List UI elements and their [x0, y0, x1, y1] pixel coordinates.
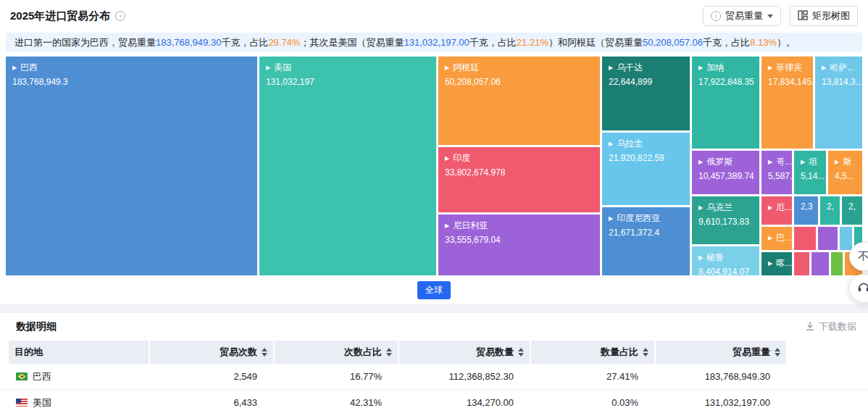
- treemap-cell-value: 22,644,899: [609, 78, 688, 87]
- treemap-cell[interactable]: [840, 227, 852, 250]
- titlebar: 2025年进口贸易分布 i i 贸易重量 矩形树图: [0, 0, 868, 32]
- treemap-cell-乌克兰[interactable]: ▶乌克兰9,610,173.83: [692, 196, 759, 244]
- table-row[interactable]: 美国6,43342.31%134,270.000.03%131,032,197.…: [0, 390, 868, 408]
- us-flag-icon: [16, 399, 28, 407]
- treemap-cell-哈萨...[interactable]: ▶哈萨...13,814,3...: [815, 57, 862, 149]
- sort-icon[interactable]: [775, 348, 780, 357]
- treemap-cell-喀...[interactable]: ▶喀...: [761, 252, 792, 275]
- destination-name: 巴西: [33, 370, 51, 383]
- table-body: 巴西2,54916.77%112,368,852.3027.41%183,768…: [0, 364, 868, 408]
- treemap-view-icon: [798, 10, 808, 22]
- treemap-cell-value: 21,920,822.59: [609, 154, 688, 163]
- treemap-cell-name: ▶印度: [445, 153, 598, 164]
- column-header-6[interactable]: 贸易重量: [656, 341, 786, 364]
- drilldown-arrow-icon: ▶: [698, 254, 703, 261]
- breadcrumb: 全球: [0, 281, 868, 299]
- treemap-cell-name: ▶乌拉圭: [609, 138, 688, 149]
- summary-segment: 131,032,197.00: [404, 37, 469, 48]
- treemap-cell-name: ▶秘鲁: [698, 252, 758, 263]
- treemap-cell-尼日利亚[interactable]: ▶尼日利亚33,555,679.04: [438, 215, 600, 275]
- title-info-icon[interactable]: i: [115, 11, 125, 21]
- drilldown-arrow-icon: ▶: [698, 204, 703, 211]
- treemap-cell-美国[interactable]: ▶美国131,032,197: [259, 57, 436, 275]
- treemap-cell-name: ▶哈萨...: [822, 62, 861, 73]
- column-header-4[interactable]: 贸易数量: [399, 341, 530, 364]
- treemap-cell[interactable]: 2,: [842, 196, 862, 225]
- treemap-cell-name: ▶巴...: [768, 233, 790, 243]
- treemap-cell-阿根廷[interactable]: ▶阿根廷50,208,057.06: [438, 57, 600, 145]
- column-header-2[interactable]: 贸易次数: [150, 341, 273, 364]
- data-detail-header: 数据明细 下载数据: [0, 313, 868, 341]
- table-row[interactable]: 巴西2,54916.77%112,368,852.3027.41%183,768…: [0, 364, 868, 390]
- treemap-cell-厄...[interactable]: ▶厄...: [761, 196, 792, 225]
- sort-icon[interactable]: [262, 348, 267, 357]
- sort-icon[interactable]: [518, 348, 524, 357]
- treemap-cell[interactable]: 2,: [820, 196, 840, 225]
- treemap-cell-name: ▶喀...: [768, 258, 790, 269]
- value-cell: 16.77%: [275, 371, 398, 382]
- drilldown-arrow-icon: ▶: [768, 204, 772, 211]
- page-title: 2025年进口贸易分布: [10, 9, 110, 23]
- table-header: 目的地贸易次数次数占比贸易数量数量占比贸易重量: [0, 341, 868, 364]
- treemap-cell-name: ▶美国: [266, 62, 435, 73]
- treemap-cell-斯[interactable]: ▶斯4,5...: [828, 151, 862, 194]
- download-icon: [805, 321, 815, 333]
- column-header-3[interactable]: 次数占比: [275, 341, 398, 364]
- treemap-cell-巴西[interactable]: ▶巴西183,768,949.3: [6, 57, 257, 275]
- metric-info-icon: i: [711, 11, 721, 21]
- drilldown-arrow-icon: ▶: [768, 260, 772, 267]
- treemap-cell-name: ▶厄...: [768, 202, 790, 213]
- treemap-cell-value: 4,5...: [835, 172, 861, 181]
- treemap-cell-印度[interactable]: ▶印度33,802,674.978: [438, 147, 600, 212]
- treemap-cell-俄罗斯[interactable]: ▶俄罗斯10,457,389.74: [692, 151, 759, 194]
- treemap-cell-菲律宾[interactable]: ▶菲律宾17,834,145.39: [761, 57, 813, 149]
- sort-icon[interactable]: [386, 348, 392, 357]
- treemap-cell-value: 50,208,057.06: [445, 78, 598, 87]
- drilldown-arrow-icon: ▶: [768, 159, 772, 165]
- summary-segment: 183,768,949.30: [156, 37, 221, 48]
- treemap-cell-name: ▶印度尼西亚: [609, 213, 688, 224]
- drilldown-arrow-icon: ▶: [609, 215, 613, 222]
- treemap-cell-value: 2,: [848, 202, 861, 212]
- sort-icon[interactable]: [643, 348, 648, 357]
- column-header-1: 目的地: [9, 341, 149, 364]
- treemap-cell-value: 2,3: [801, 202, 817, 212]
- treemap-root-button[interactable]: 全球: [417, 281, 451, 299]
- treemap-cell[interactable]: [811, 252, 829, 275]
- value-cell: 134,270.00: [399, 397, 530, 408]
- drilldown-arrow-icon: ▶: [609, 141, 613, 147]
- metric-select-label: 贸易重量: [725, 9, 763, 22]
- treemap-cell-印度尼西亚[interactable]: ▶印度尼西亚21,671,372.4: [602, 207, 690, 275]
- treemap-cell[interactable]: [831, 252, 843, 275]
- treemap-cell-加纳[interactable]: ▶加纳17,922,848.35: [692, 57, 759, 149]
- destination-cell: 美国: [9, 396, 149, 408]
- drilldown-arrow-icon: ▶: [768, 235, 772, 241]
- treemap-cell-秘鲁[interactable]: ▶秘鲁8,404,914.07: [692, 246, 759, 275]
- drilldown-arrow-icon: ▶: [12, 64, 17, 71]
- treemap-cell-乌拉圭[interactable]: ▶乌拉圭21,920,822.59: [602, 133, 690, 205]
- treemap-cell-乌干达[interactable]: ▶乌干达22,644,899: [602, 57, 690, 130]
- view-select[interactable]: 矩形树图: [790, 6, 858, 26]
- destination-name: 美国: [33, 396, 51, 408]
- treemap-cell[interactable]: [818, 227, 838, 250]
- drilldown-arrow-icon: ▶: [698, 159, 703, 165]
- drilldown-arrow-icon: ▶: [835, 159, 839, 165]
- treemap-cell[interactable]: 2,3: [794, 196, 818, 225]
- treemap-cell-name: ▶阿根廷: [445, 62, 598, 73]
- treemap-cell-坦[interactable]: ▶坦5,14...: [794, 151, 826, 194]
- summary-segment: 千克，占比: [470, 37, 517, 48]
- treemap-cell[interactable]: [794, 252, 809, 275]
- treemap-cell-巴...[interactable]: ▶巴...: [761, 227, 792, 250]
- summary-segment: 千克，占比: [703, 37, 750, 48]
- treemap-cell-value: 33,802,674.978: [445, 168, 598, 178]
- metric-select[interactable]: i 贸易重量: [703, 6, 781, 26]
- summary-segment: 千克，占比: [221, 37, 268, 48]
- br-flag-icon: [16, 372, 28, 380]
- column-header-5[interactable]: 数量占比: [531, 341, 654, 364]
- column-label: 贸易重量: [733, 346, 770, 359]
- value-cell: 131,032,197.00: [656, 397, 786, 408]
- summary-segment: 进口第一的国家为巴西，贸易重量: [14, 37, 156, 48]
- download-data-button[interactable]: 下载数据: [805, 320, 856, 333]
- treemap-cell[interactable]: [794, 227, 816, 250]
- treemap-cell-哥...[interactable]: ▶哥...5,587...: [761, 151, 792, 194]
